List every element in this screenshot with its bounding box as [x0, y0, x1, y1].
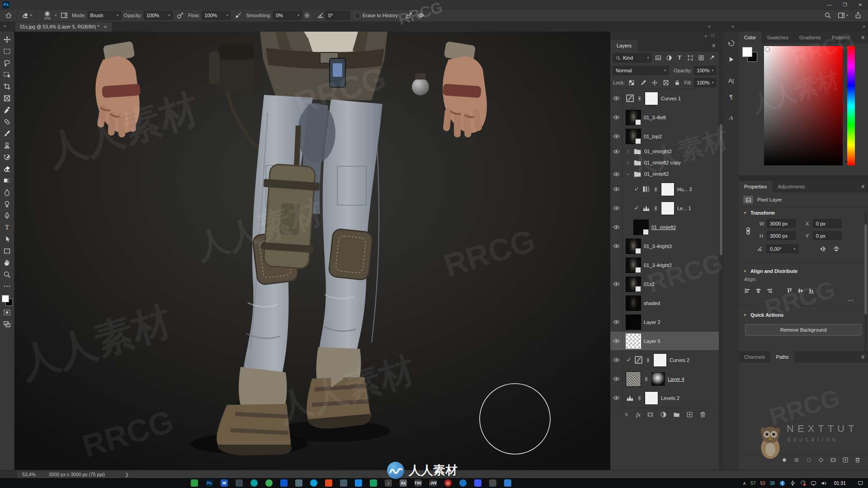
blend-mode-select[interactable]: Normal▾ — [613, 66, 669, 75]
tool-button[interactable] — [1, 45, 14, 57]
delete-path-icon[interactable] — [854, 457, 861, 463]
group-expand-icon[interactable] — [626, 149, 631, 154]
tab-layers[interactable]: Layers — [610, 40, 638, 52]
foreground-color-chip[interactable] — [2, 295, 9, 302]
link-layers-icon[interactable] — [623, 411, 630, 418]
collapse-panels-icon[interactable]: « — [731, 23, 734, 29]
restore-button[interactable]: ❐ — [837, 0, 853, 9]
layer-thumbnail[interactable] — [626, 110, 641, 125]
layer-thumbnail[interactable] — [626, 239, 641, 254]
tool-button[interactable] — [1, 257, 14, 268]
layer-thumbnail[interactable] — [626, 371, 641, 387]
airbrush-icon[interactable] — [233, 10, 243, 20]
volume-icon[interactable] — [821, 480, 827, 486]
taskbar-app-icon[interactable]: ♪ — [385, 479, 392, 487]
width-field[interactable]: 3000 px — [767, 219, 796, 228]
tool-button[interactable] — [1, 268, 14, 280]
transform-section-header[interactable]: ▼Transform — [739, 207, 868, 218]
path-as-selection-icon[interactable] — [806, 457, 812, 463]
layer-visibility-toggle[interactable] — [610, 313, 623, 331]
filter-shape-layers-icon[interactable] — [686, 53, 695, 62]
layer-name[interactable]: Le... 1 — [677, 206, 691, 211]
erase-to-history-checkbox[interactable] — [354, 13, 360, 19]
layer-row[interactable]: 01_3-4right3 — [610, 237, 719, 256]
layer-row[interactable]: Curves 2 — [610, 351, 719, 370]
mode-select[interactable]: Brush▾ — [88, 11, 121, 20]
layer-thumbnail[interactable] — [626, 129, 641, 144]
layer-visibility-toggle[interactable] — [610, 218, 623, 236]
panel-menu-icon[interactable]: ≡ — [861, 34, 868, 41]
tab-color[interactable]: Color — [739, 32, 761, 43]
layer-name[interactable]: shaded — [644, 300, 660, 306]
layer-name[interactable]: 01_rimleft2 — [651, 225, 676, 230]
add-layer-mask-icon[interactable] — [647, 411, 654, 418]
tab-close-icon[interactable]: ✕ — [104, 24, 107, 29]
group-expand-icon[interactable] — [626, 172, 631, 177]
minimize-button[interactable]: — — [822, 0, 837, 9]
tool-button[interactable] — [1, 198, 14, 210]
align-middle-icon[interactable] — [797, 287, 804, 294]
filter-adjustment-layers-icon[interactable] — [665, 53, 673, 62]
layer-name[interactable]: 01_3-4right3 — [644, 244, 672, 249]
layer-fill-field[interactable]: 100%▾ — [694, 78, 716, 87]
share-icon[interactable] — [854, 12, 862, 19]
add-mask-icon[interactable] — [830, 457, 836, 463]
taskbar-app-icon[interactable] — [504, 479, 511, 487]
taskbar-app-icon[interactable] — [236, 479, 243, 487]
group-expand-icon[interactable] — [626, 160, 631, 165]
layer-row[interactable]: Levels 2 — [610, 389, 719, 408]
layer-thumbnail[interactable] — [633, 220, 649, 235]
lock-position-icon[interactable] — [650, 78, 659, 87]
tab-properties[interactable]: Properties — [739, 181, 772, 192]
layer-visibility-toggle[interactable] — [610, 351, 623, 369]
layer-row[interactable]: Le... 1 — [610, 199, 719, 218]
taskbar-app-icon[interactable]: Ps — [206, 479, 213, 487]
taskbar-app-icon[interactable] — [191, 479, 198, 487]
stroke-path-icon[interactable] — [793, 457, 800, 463]
tool-button[interactable] — [1, 116, 14, 127]
tool-button[interactable] — [1, 151, 14, 163]
tool-button[interactable] — [1, 174, 14, 186]
filter-toggle-pin-icon[interactable] — [708, 53, 716, 62]
flip-vertical-icon[interactable] — [833, 245, 840, 253]
layer-visibility-toggle[interactable] — [610, 294, 623, 312]
paragraph-panel-icon[interactable]: ¶ — [725, 91, 737, 103]
layer-row[interactable]: 01_rimleft2 — [610, 218, 719, 237]
tool-button[interactable] — [1, 80, 14, 92]
layer-name[interactable]: Levels 2 — [661, 395, 679, 401]
tool-button[interactable] — [1, 210, 14, 221]
lock-all-icon[interactable] — [673, 78, 682, 87]
symmetry-icon[interactable] — [416, 10, 426, 20]
align-bottom-icon[interactable] — [808, 287, 815, 294]
layer-thumbnail[interactable] — [626, 277, 641, 292]
panel-menu-icon[interactable]: ≡ — [861, 183, 868, 190]
taskbar-app-icon[interactable] — [310, 479, 317, 487]
layer-mask-thumbnail[interactable] — [651, 372, 665, 386]
align-center-icon[interactable] — [755, 287, 762, 294]
taskbar-app-icon[interactable]: TSC — [415, 479, 422, 487]
eraser-tool-icon[interactable] — [20, 10, 30, 20]
layer-name[interactable]: Curves 1 — [661, 96, 681, 101]
layer-visibility-toggle[interactable] — [610, 199, 623, 217]
dock-options-icon[interactable] — [711, 33, 715, 38]
tray-stat-1[interactable]: 57 — [750, 481, 755, 486]
tool-button[interactable] — [1, 233, 14, 245]
lock-transparency-icon[interactable] — [627, 78, 636, 87]
layer-mask-thumbnail[interactable] — [653, 353, 667, 367]
layer-visibility-toggle[interactable] — [610, 389, 623, 407]
filter-pixel-layers-icon[interactable] — [654, 53, 662, 62]
tab-paths[interactable]: Paths — [770, 351, 794, 363]
taskbar-app-icon[interactable] — [295, 479, 302, 487]
layer-name[interactable]: 01_3-4left — [644, 115, 666, 120]
layer-name[interactable]: 01_rimleft2 — [644, 171, 669, 177]
taskbar-app-icon[interactable]: ◎ — [444, 479, 452, 487]
tab-gradients[interactable]: Gradients — [794, 32, 826, 43]
layer-visibility-toggle[interactable] — [610, 370, 623, 388]
flow-field[interactable]: 100%▾ — [202, 11, 231, 20]
pressure-opacity-icon[interactable] — [175, 10, 185, 20]
layer-row[interactable]: 01_rimleft2 — [610, 169, 719, 180]
y-field[interactable]: 0 px — [813, 231, 842, 240]
delete-layer-icon[interactable] — [699, 411, 706, 418]
lock-artboard-icon[interactable] — [661, 78, 670, 87]
quick-mask-button[interactable] — [1, 306, 14, 318]
